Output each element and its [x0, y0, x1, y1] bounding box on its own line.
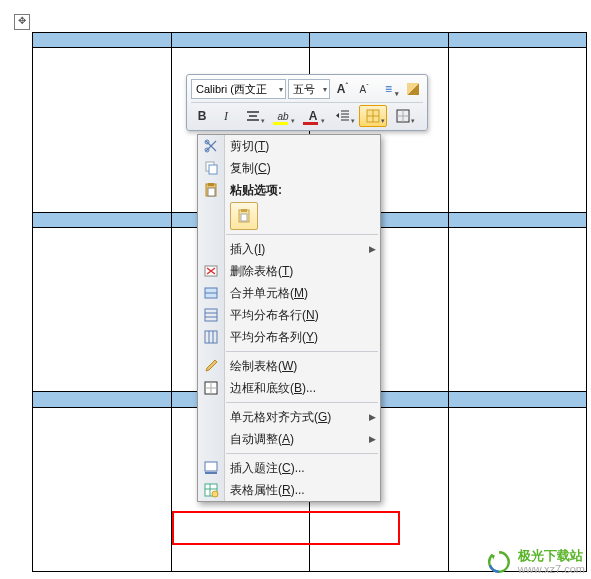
clipboard-icon: [236, 208, 252, 224]
menu-label: 插入(I): [230, 241, 265, 258]
svg-rect-7: [208, 183, 214, 186]
menu-label: 复制(C): [230, 160, 271, 177]
table-move-handle[interactable]: ✥: [14, 14, 30, 30]
delete-table-icon: [203, 263, 219, 279]
caption-icon: [203, 460, 219, 476]
menu-distribute-cols[interactable]: 平均分布各列(Y): [198, 326, 380, 348]
svg-rect-15: [205, 331, 217, 343]
font-name-combo[interactable]: Calibri (西文正 ▾: [191, 79, 286, 99]
highlight-color-bar: [273, 122, 288, 125]
mini-toolbar: Calibri (西文正 ▾ 五号 ▾ Aˆ Aˇ ≡ B I: [186, 74, 428, 131]
menu-label: 绘制表格(W): [230, 358, 297, 375]
menu-paste-options-header: 粘贴选项:: [198, 179, 380, 201]
menu-label: 平均分布各行(N): [230, 307, 319, 324]
italic-button[interactable]: I: [215, 105, 237, 127]
menu-label: 合并单元格(M): [230, 285, 308, 302]
grid-icon: [365, 108, 381, 124]
paste-icon: [203, 182, 219, 198]
distribute-rows-icon: [203, 307, 219, 323]
menu-label: 剪切(T): [230, 138, 269, 155]
copy-icon: [203, 160, 219, 176]
shading-button[interactable]: [359, 105, 387, 127]
menu-label: 自动调整(A): [230, 431, 294, 448]
pencil-icon: [203, 358, 219, 374]
font-color-bar: [303, 122, 318, 125]
menu-cell-alignment[interactable]: 单元格对齐方式(G) ▶: [198, 406, 380, 428]
distribute-cols-icon: [203, 329, 219, 345]
menu-autofit[interactable]: 自动调整(A) ▶: [198, 428, 380, 450]
svg-rect-14: [205, 309, 217, 321]
borders-icon: [395, 108, 411, 124]
menu-delete-table[interactable]: 删除表格(T): [198, 260, 380, 282]
watermark-site-url: www.xz7.com: [518, 563, 585, 575]
menu-draw-table[interactable]: 绘制表格(W): [198, 355, 380, 377]
menu-label: 插入题注(C)...: [230, 460, 305, 477]
font-color-button[interactable]: A: [299, 105, 327, 127]
chevron-right-icon: ▶: [369, 412, 376, 422]
table-properties-icon: [203, 482, 219, 498]
menu-label: 表格属性(R)...: [230, 482, 305, 499]
menu-label: 边框和底纹(B)...: [230, 380, 316, 397]
watermark: 极光下载站 www.xz7.com: [486, 549, 585, 575]
menu-label: 单元格对齐方式(G): [230, 409, 331, 426]
shrink-font-button[interactable]: Aˇ: [354, 78, 374, 100]
menu-distribute-rows[interactable]: 平均分布各行(N): [198, 304, 380, 326]
chevron-right-icon: ▶: [369, 244, 376, 254]
font-name-value: Calibri (西文正: [196, 82, 267, 97]
chevron-down-icon: ▾: [323, 85, 327, 94]
align-button[interactable]: [239, 105, 267, 127]
bold-button[interactable]: B: [191, 105, 213, 127]
svg-rect-8: [208, 188, 215, 196]
menu-label: 粘贴选项:: [230, 182, 282, 199]
merge-cells-icon: [203, 285, 219, 301]
format-painter-button[interactable]: [403, 78, 423, 100]
borders-button[interactable]: [389, 105, 417, 127]
chevron-right-icon: ▶: [369, 434, 376, 444]
grow-font-button[interactable]: Aˆ: [332, 78, 352, 100]
svg-rect-11: [241, 214, 247, 221]
table-row[interactable]: [33, 33, 587, 48]
font-size-value: 五号: [293, 82, 315, 97]
menu-borders-shading[interactable]: 边框和底纹(B)...: [198, 377, 380, 399]
menu-copy[interactable]: 复制(C): [198, 157, 380, 179]
svg-point-20: [212, 491, 218, 497]
font-size-combo[interactable]: 五号 ▾: [288, 79, 330, 99]
site-logo-icon: [486, 549, 512, 575]
svg-rect-5: [209, 165, 217, 174]
menu-cut[interactable]: 剪切(T): [198, 135, 380, 157]
decrease-indent-icon: [335, 108, 351, 124]
borders-shading-icon: [203, 380, 219, 396]
menu-insert[interactable]: 插入(I) ▶: [198, 238, 380, 260]
align-center-icon: [245, 108, 261, 124]
menu-table-properties[interactable]: 表格属性(R)...: [198, 479, 380, 501]
menu-label: 平均分布各列(Y): [230, 329, 318, 346]
scissors-icon: [203, 138, 219, 154]
format-painter-icon: [407, 83, 419, 95]
chevron-down-icon: ▾: [279, 85, 283, 94]
paste-keep-source-button[interactable]: [230, 202, 258, 230]
menu-merge-cells[interactable]: 合并单元格(M): [198, 282, 380, 304]
paste-options-row: [198, 201, 380, 231]
watermark-site-name: 极光下载站: [518, 549, 585, 563]
menu-insert-caption[interactable]: 插入题注(C)...: [198, 457, 380, 479]
svg-rect-18: [205, 472, 217, 474]
indent-button[interactable]: [329, 105, 357, 127]
highlight-button[interactable]: ab: [269, 105, 297, 127]
svg-rect-10: [241, 209, 247, 212]
menu-label: 删除表格(T): [230, 263, 293, 280]
context-menu: 剪切(T) 复制(C) 粘贴选项: 插入(I) ▶: [197, 134, 381, 502]
change-case-button[interactable]: ≡: [376, 78, 401, 100]
svg-rect-17: [205, 462, 217, 471]
